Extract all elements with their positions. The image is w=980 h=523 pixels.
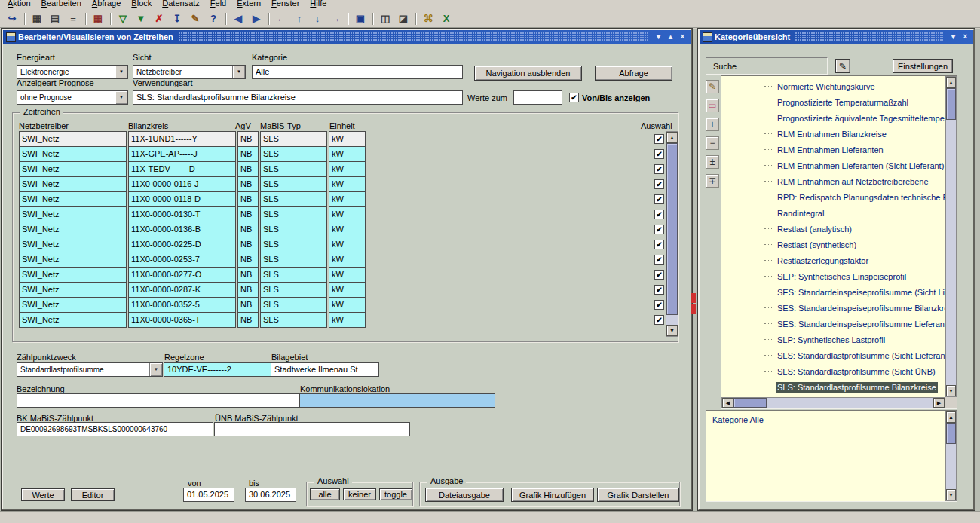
cell-netzbetreiber[interactable]: SWI_Netz (19, 252, 127, 268)
cell-mabis-typ[interactable]: SLS (260, 237, 327, 252)
cell-netzbetreiber[interactable]: SWI_Netz (19, 222, 127, 237)
tree-item-label[interactable]: Restlast (synthetisch) (776, 240, 858, 250)
row-checkbox[interactable]: ✔ (654, 240, 664, 249)
main-window-titlebar[interactable]: Bearbeiten/Visualisieren von Zeitreihen … (3, 30, 691, 44)
cell-netzbetreiber[interactable]: SWI_Netz (19, 146, 127, 162)
cell-mabis-typ[interactable]: SLS (260, 297, 327, 313)
tree-item-label[interactable]: Prognostizierte äquivalente Tagesmittelt… (776, 113, 945, 124)
scroll-down-icon[interactable]: ▼ (666, 325, 678, 336)
tree-item-label[interactable]: RLM Entnahmen Bilanzkreise (776, 129, 888, 139)
menu-item[interactable]: Abfrage (87, 0, 127, 8)
tree-item-label[interactable]: Normierte Wichtungskurve (776, 81, 877, 92)
tree-item[interactable]: Normierte Wichtungskurve (721, 78, 945, 94)
cell-agv[interactable]: NB (237, 161, 259, 177)
tree-item[interactable]: Restlast (analytisch) (721, 221, 945, 237)
excel-icon[interactable]: X (437, 11, 455, 27)
table-row[interactable]: SWI_Netz 11X0-0000-0352-5 NB SLS kW ✔ (19, 297, 664, 313)
cell-bilanzkreis[interactable]: 11X0-0000-0225-D (128, 237, 236, 252)
cell-mabis-typ[interactable]: SLS (260, 282, 327, 298)
cell-einheit[interactable]: kW (329, 267, 366, 283)
cell-bilanzkreis[interactable]: 11X0-0000-0352-5 (128, 297, 236, 313)
arrow-up-icon[interactable]: ↑ (290, 11, 308, 27)
cell-bilanzkreis[interactable]: 11X0-0000-0136-B (128, 222, 236, 237)
row-checkbox[interactable]: ✔ (654, 315, 664, 325)
table-scrollbar[interactable]: ▲ ▼ (666, 131, 678, 337)
cell-netzbetreiber[interactable]: SWI_Netz (19, 282, 127, 298)
cell-netzbetreiber[interactable]: SWI_Netz (19, 297, 127, 313)
cell-agv[interactable]: NB (237, 146, 259, 162)
cell-einheit[interactable]: kW (329, 252, 366, 268)
tree-item-label[interactable]: RPD: Redispatch Planungsdaten technische… (776, 192, 945, 203)
arrow-down-icon[interactable]: ↓ (308, 11, 326, 27)
menu-item[interactable]: Hilfe (305, 0, 332, 8)
cell-bilanzkreis[interactable]: 11X0-0000-0118-D (128, 191, 236, 207)
cell-einheit[interactable]: kW (329, 131, 366, 147)
cell-einheit[interactable]: kW (329, 282, 366, 298)
einstellungen-button[interactable]: Einstellungen (893, 59, 953, 73)
row-checkbox[interactable]: ✔ (654, 134, 664, 144)
table-row[interactable]: SWI_Netz 11X0-0000-0287-K NB SLS kW ✔ (19, 282, 664, 298)
menu-item[interactable]: Bearbeiten (36, 0, 87, 8)
tree-item-label[interactable]: SLS: Standardlastprofilsumme (Sicht Lief… (776, 350, 945, 361)
cell-einheit[interactable]: kW (329, 146, 366, 162)
table-row[interactable]: SWI_Netz 11X0-0000-0116-J NB SLS kW ✔ (19, 176, 664, 192)
tree-item[interactable]: Randintegral (721, 205, 945, 221)
paste-icon[interactable]: ◪ (394, 11, 412, 27)
arrow-left-icon[interactable]: ← (272, 11, 290, 27)
tree-item[interactable]: SLS: Standardlastprofilsumme (Sicht ÜNB) (721, 363, 945, 379)
cell-mabis-typ[interactable]: SLS (260, 131, 327, 147)
minimize-icon[interactable]: ▾ (654, 31, 663, 43)
verwendungsart-field[interactable]: SLS: Standardlastprofilsumme Bilanzkreis… (133, 90, 463, 105)
collapse-all-icon[interactable]: ∓ (706, 174, 719, 188)
cell-netzbetreiber[interactable]: SWI_Netz (19, 191, 127, 207)
tree-item-label[interactable]: Prognostizierte Temperaturmaßzahl (776, 97, 910, 108)
toggle-button[interactable]: toggle (379, 488, 412, 500)
cancel-query-icon[interactable]: ✗ (150, 11, 168, 27)
tree-item[interactable]: Restlastzerlegungsfaktor (721, 252, 945, 268)
tree-item-label[interactable]: SES: Standardeinspeiseprofilsumme Bilanz… (776, 303, 945, 313)
vonbis-checkbox[interactable]: ✔ (569, 93, 579, 102)
cell-agv[interactable]: NB (237, 282, 259, 298)
von-field[interactable]: 01.05.2025 (183, 488, 234, 502)
tree-item[interactable]: SES: Standardeinspeiseprofilsumme (Sicht… (721, 284, 945, 300)
tree-item-label[interactable]: RLM Entnahmen Lieferanten (Sicht Liefera… (776, 161, 945, 171)
tree-vertical-scrollbar[interactable]: ▲ ▼ (945, 76, 957, 397)
regelzone-field[interactable]: 10YDE-VE-------2 (164, 362, 271, 377)
print-icon[interactable]: ▤ (46, 11, 64, 27)
cell-bilanzkreis[interactable]: 11X0-0000-0253-7 (128, 252, 236, 268)
cell-agv[interactable]: NB (237, 222, 259, 237)
tree-item-label[interactable]: SLS: Standardlastprofilsumme Bilanzkreis… (776, 382, 938, 393)
cell-bilanzkreis[interactable]: 11X0-0000-0277-O (128, 267, 236, 283)
table-row[interactable]: SWI_Netz 11X0-0000-0365-T NB SLS kW ✔ (19, 312, 664, 328)
arrow-right-icon[interactable]: → (326, 11, 345, 27)
bk-mabis-field[interactable]: DE00092698693TMSBKSLS000000643760 (17, 422, 213, 436)
grafik-darstellen-button[interactable]: Grafik Darstellen (597, 488, 679, 502)
edit-icon[interactable]: ✎ (186, 11, 204, 27)
tree-item[interactable]: Prognostizierte äquivalente Tagesmittelt… (721, 110, 945, 126)
tree-item-label[interactable]: SEP: Synthetisches Einspeiseprofil (776, 271, 908, 282)
dropdown-icon[interactable]: ▼ (232, 66, 245, 78)
energieart-select[interactable]: Elektroenergie ▼ (17, 65, 128, 79)
tree-item-label[interactable]: Restlast (analytisch) (776, 224, 853, 234)
restore-icon[interactable]: ▴ (666, 31, 675, 43)
scroll-down-icon[interactable]: ▼ (946, 489, 956, 500)
cell-agv[interactable]: NB (237, 297, 259, 313)
prev-block-icon[interactable]: ◀ (229, 11, 247, 27)
cell-netzbetreiber[interactable]: SWI_Netz (19, 131, 127, 147)
cell-mabis-typ[interactable]: SLS (260, 161, 327, 177)
copy-icon[interactable]: ◫ (376, 11, 394, 27)
print-list-icon[interactable]: ≡ (64, 11, 82, 27)
edit-pencil-icon[interactable]: ✎ (706, 80, 719, 93)
editor-button[interactable]: Editor (71, 488, 115, 501)
tree-item[interactable]: SEP: Synthetisches Einspeiseprofil (721, 268, 945, 284)
help-icon[interactable]: ? (204, 11, 222, 27)
category-window-titlebar[interactable]: Kategorieübersicht ▾ × (700, 30, 973, 44)
alle-button[interactable]: alle (310, 488, 340, 500)
row-checkbox[interactable]: ✔ (654, 255, 664, 265)
eraser-icon[interactable]: ▭ (706, 99, 719, 112)
tree-item[interactable]: SLP: Synthetisches Lastprofil (721, 332, 945, 347)
cell-bilanzkreis[interactable]: 11X0-0000-0287-K (128, 282, 236, 298)
table-row[interactable]: SWI_Netz 11X-TEDV-------D NB SLS kW ✔ (19, 161, 664, 177)
menu-item[interactable]: Extern (231, 0, 266, 8)
cell-einheit[interactable]: kW (329, 161, 366, 177)
